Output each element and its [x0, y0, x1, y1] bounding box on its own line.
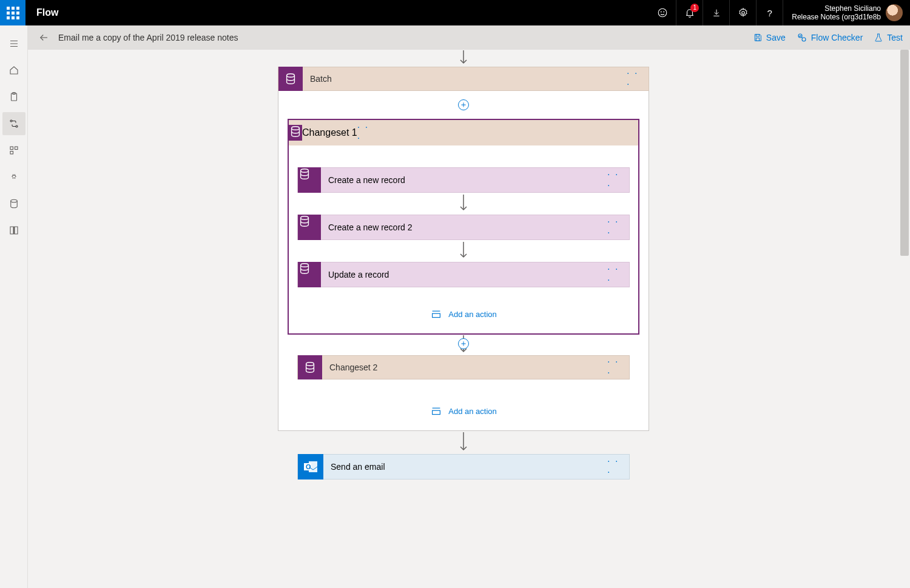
- back-button[interactable]: [35, 29, 52, 46]
- plus-icon: ＋: [458, 338, 469, 349]
- send-email-title: Send an email: [323, 462, 607, 472]
- changeset-1-title: Changeset 1: [302, 127, 357, 138]
- user-text: Stephen Siciliano Release Notes (org3d1f…: [792, 4, 881, 21]
- changeset-1-card[interactable]: Changeset 1 · · · Create a new record · …: [288, 119, 639, 335]
- connector-icon: [8, 172, 19, 182]
- svg-rect-23: [433, 410, 440, 414]
- add-step-top[interactable]: ＋: [458, 101, 469, 109]
- flask-icon: [874, 33, 883, 42]
- header-right: 1 ? Stephen Siciliano Release Notes (org…: [649, 0, 910, 25]
- cds-icon: [298, 167, 321, 193]
- add-action-label: Add an action: [448, 407, 497, 416]
- test-button[interactable]: Test: [874, 33, 903, 42]
- action-menu-button[interactable]: · · ·: [607, 266, 625, 284]
- svg-rect-12: [756, 35, 759, 36]
- clipboard-icon: [8, 92, 19, 102]
- account-button[interactable]: Stephen Siciliano Release Notes (org3d1f…: [783, 0, 910, 25]
- add-action-button-2[interactable]: Add an action: [430, 406, 497, 416]
- svg-point-15: [802, 38, 806, 41]
- svg-point-3: [741, 12, 744, 15]
- flow-icon: [8, 118, 19, 129]
- app-launcher-button[interactable]: [0, 0, 25, 25]
- svg-point-17: [292, 127, 300, 130]
- cds-icon: [289, 125, 302, 141]
- action-create-record-2[interactable]: Create a new record 2 · · ·: [297, 215, 630, 240]
- svg-rect-8: [10, 152, 13, 155]
- database-icon: [8, 198, 19, 209]
- save-icon: [753, 33, 763, 42]
- nav-home[interactable]: [2, 59, 25, 82]
- nav-data[interactable]: [2, 192, 25, 215]
- download-icon: [712, 8, 721, 18]
- notifications-button[interactable]: 1: [676, 0, 703, 25]
- changeset-1-menu-button[interactable]: · · ·: [357, 124, 376, 142]
- connector-arrow: [459, 50, 468, 67]
- connector-arrow-plus[interactable]: ＋: [459, 335, 468, 355]
- svg-point-16: [287, 74, 295, 78]
- svg-rect-10: [10, 147, 13, 150]
- action-title: Update a record: [321, 270, 607, 279]
- cds-icon: [278, 67, 303, 91]
- action-title: Create a new record 2: [321, 222, 607, 232]
- svg-text:O: O: [306, 463, 311, 470]
- avatar: [886, 4, 903, 21]
- svg-point-1: [661, 12, 662, 12]
- cds-icon: [298, 262, 321, 287]
- changeset-2-title: Changeset 2: [322, 362, 607, 372]
- action-update-record[interactable]: Update a record · · ·: [297, 262, 630, 287]
- changeset-2-header[interactable]: Changeset 2 · · ·: [297, 355, 630, 379]
- app-name: Flow: [25, 7, 58, 18]
- batch-menu-button[interactable]: · · ·: [627, 70, 645, 88]
- download-button[interactable]: [703, 0, 729, 25]
- add-action-label: Add an action: [448, 310, 497, 319]
- settings-button[interactable]: [729, 0, 756, 25]
- svg-rect-9: [15, 147, 18, 150]
- svg-point-18: [301, 169, 309, 173]
- svg-point-7: [16, 125, 18, 127]
- book-icon: [8, 225, 19, 236]
- action-create-record-1[interactable]: Create a new record · · ·: [297, 167, 630, 193]
- user-name: Stephen Siciliano: [792, 4, 881, 13]
- nav-learn[interactable]: [2, 219, 25, 242]
- action-menu-button[interactable]: · · ·: [607, 171, 625, 189]
- nav-approvals[interactable]: [2, 85, 25, 109]
- connector-arrow[interactable]: [459, 431, 468, 454]
- top-header: Flow 1 ? Stephen Siciliano Release Notes…: [0, 0, 910, 25]
- batch-card[interactable]: Batch · · · ＋ Changeset 1 · · ·: [278, 67, 649, 431]
- changeset-2-card[interactable]: Changeset 2 · · ·: [297, 355, 630, 379]
- cds-icon: [298, 355, 322, 379]
- action-menu-button[interactable]: · · ·: [607, 218, 625, 236]
- help-button[interactable]: ?: [756, 0, 783, 25]
- add-action-icon: [430, 406, 442, 416]
- batch-title: Batch: [303, 74, 627, 84]
- send-email-menu-button[interactable]: · · ·: [607, 458, 625, 476]
- scrollbar[interactable]: [899, 50, 910, 588]
- flow-title[interactable]: Email me a copy of the April 2019 releas…: [58, 33, 238, 42]
- save-button[interactable]: Save: [753, 33, 786, 42]
- scrollbar-thumb[interactable]: [900, 50, 909, 256]
- environment-name: Release Notes (org3d1fe8b: [792, 13, 881, 21]
- designer-canvas[interactable]: Batch · · · ＋ Changeset 1 · · ·: [28, 50, 899, 588]
- home-icon: [8, 65, 19, 76]
- nav-hamburger[interactable]: [2, 32, 25, 55]
- solutions-icon: [8, 145, 19, 156]
- changeset-2-menu-button[interactable]: · · ·: [607, 358, 625, 376]
- back-arrow-icon: [38, 32, 49, 43]
- hamburger-icon: [8, 38, 19, 49]
- send-email-card[interactable]: O Send an email · · ·: [297, 454, 630, 479]
- outlook-icon: O: [298, 454, 323, 479]
- connector-arrow[interactable]: [459, 240, 468, 262]
- nav-solutions[interactable]: [2, 139, 25, 162]
- add-action-button-1[interactable]: Add an action: [430, 309, 497, 319]
- connector-arrow[interactable]: [459, 193, 468, 215]
- nav-flows[interactable]: [2, 112, 25, 135]
- svg-point-11: [10, 199, 17, 202]
- nav-connectors[interactable]: [2, 165, 25, 189]
- changeset-1-header[interactable]: Changeset 1 · · ·: [289, 120, 638, 145]
- feedback-button[interactable]: [649, 0, 676, 25]
- svg-rect-21: [433, 313, 440, 317]
- gear-icon: [738, 7, 749, 18]
- flow-checker-button[interactable]: Flow Checker: [797, 32, 863, 43]
- batch-header[interactable]: Batch · · ·: [278, 67, 649, 91]
- changeset-1-body: Create a new record · · · Create a new r…: [289, 145, 638, 333]
